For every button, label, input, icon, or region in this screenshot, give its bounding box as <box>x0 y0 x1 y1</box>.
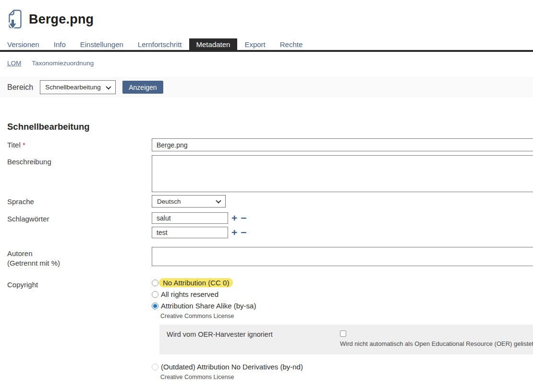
anzeigen-button[interactable]: Anzeigen <box>122 81 163 94</box>
row-schlagwoerter: Schlagwörter + − + − <box>7 212 533 241</box>
keyword-line: + − <box>152 227 533 238</box>
autoren-label: Autoren (Getrennt mit %) <box>7 247 152 268</box>
section-toolbar: Bereich Schnellbearbeitung Anzeigen <box>0 77 533 98</box>
autoren-sublabel: (Getrennt mit %) <box>7 258 152 268</box>
tab-versionen[interactable]: Versionen <box>0 38 47 50</box>
row-sprache: Sprache Deutsch <box>7 195 533 208</box>
quick-edit-form: Schnellbearbeitung Titel * Beschreibung … <box>0 122 533 380</box>
row-autoren: Autoren (Getrennt mit %) <box>7 247 533 268</box>
copyright-option-by-nd[interactable]: (Outdated) Attribution No Derivatives (b… <box>152 362 533 371</box>
sprache-select-wrap: Deutsch <box>152 195 226 208</box>
radio-all-rights[interactable] <box>152 291 158 298</box>
subtab-bar: LOM Taxonomiezuordnung <box>0 52 533 73</box>
oer-harvester-label: Wird vom OER-Harvester ignoriert <box>167 330 340 349</box>
row-copyright: Copyright No Attribution (CC 0) All righ… <box>7 278 533 380</box>
oer-harvester-box: Wird vom OER-Harvester ignoriert Wird ni… <box>159 325 533 355</box>
add-keyword-icon[interactable]: + <box>231 228 237 237</box>
tab-bar: Versionen Info Einstellungen Lernfortsch… <box>0 38 533 52</box>
row-beschreibung: Beschreibung <box>7 155 533 192</box>
tab-rechte[interactable]: Rechte <box>273 38 310 50</box>
object-header: Berge.png <box>0 0 533 34</box>
copyright-label: Copyright <box>7 278 152 290</box>
oer-harvester-checkbox[interactable] <box>340 331 346 337</box>
bereich-label: Bereich <box>7 83 33 92</box>
keyword-input-1[interactable] <box>152 212 228 224</box>
row-titel: Titel * <box>7 138 533 151</box>
tab-export[interactable]: Export <box>237 38 272 50</box>
beschreibung-textarea[interactable] <box>152 155 533 192</box>
tab-einstellungen[interactable]: Einstellungen <box>73 38 131 50</box>
page-title: Berge.png <box>29 12 94 27</box>
autoren-input[interactable] <box>152 247 533 266</box>
keyword-line: + − <box>152 212 533 224</box>
titel-input[interactable] <box>152 138 533 151</box>
add-keyword-icon[interactable]: + <box>231 214 237 222</box>
metadata-page: Berge.png Versionen Info Einstellungen L… <box>0 0 533 392</box>
schlagwoerter-label: Schlagwörter <box>7 212 152 224</box>
cc-license-link[interactable]: Creative Commons License <box>160 313 533 319</box>
oer-harvester-note: Wird nicht automatisch als Open Educatio… <box>340 340 533 347</box>
radio-cc0[interactable] <box>152 280 158 286</box>
radio-by-nd[interactable] <box>152 364 158 370</box>
required-asterisk: * <box>23 141 25 149</box>
highlighted-option-label: No Attribution (CC 0) <box>159 278 233 287</box>
remove-keyword-icon[interactable]: − <box>241 214 246 222</box>
form-heading: Schnellbearbeitung <box>7 122 533 132</box>
file-download-icon <box>6 9 24 30</box>
copyright-option-all-rights[interactable]: All rights reserved <box>152 290 533 299</box>
beschreibung-label: Beschreibung <box>7 155 152 167</box>
bereich-select-wrap: Schnellbearbeitung <box>40 80 116 94</box>
keyword-input-2[interactable] <box>152 227 228 238</box>
cc-license-link[interactable]: Creative Commons License <box>160 374 533 380</box>
tab-metadaten[interactable]: Metadaten <box>189 38 238 50</box>
subtab-taxonomiezuordnung[interactable]: Taxonomiezuordnung <box>32 60 94 67</box>
copyright-option-by-sa[interactable]: Attribution Share Alike (by-sa) <box>152 301 533 310</box>
radio-by-sa[interactable] <box>152 303 158 309</box>
tab-lernfortschritt[interactable]: Lernfortschritt <box>131 38 189 50</box>
bereich-select[interactable]: Schnellbearbeitung <box>40 80 116 94</box>
sprache-select[interactable]: Deutsch <box>152 195 226 208</box>
sprache-label: Sprache <box>7 195 152 207</box>
remove-keyword-icon[interactable]: − <box>241 228 246 237</box>
subtab-lom[interactable]: LOM <box>7 60 21 67</box>
copyright-option-cc0[interactable]: No Attribution (CC 0) <box>152 278 533 287</box>
titel-label: Titel * <box>7 138 152 150</box>
tab-info[interactable]: Info <box>47 38 73 50</box>
